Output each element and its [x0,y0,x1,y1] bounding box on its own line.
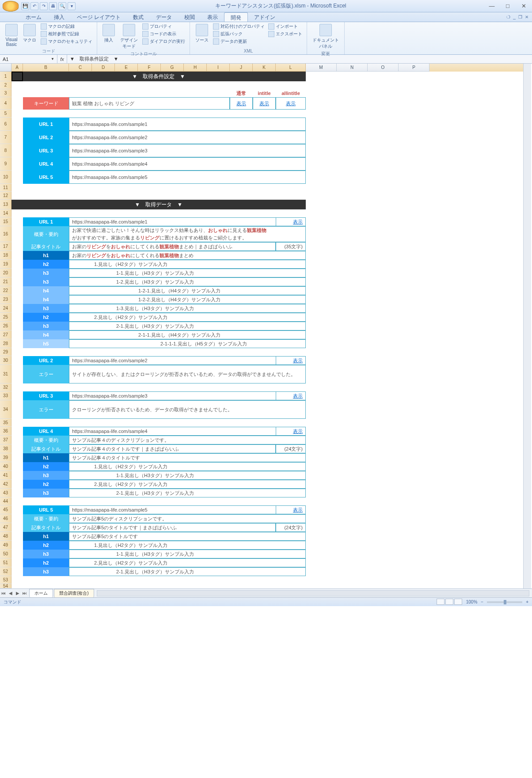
view-buttons[interactable] [436,599,463,606]
macro-security-button[interactable]: マクロのセキュリティ [40,38,93,45]
col-header-H[interactable]: H [184,64,207,72]
url-input-1[interactable]: https://masapapa-life.com/sample1 [69,118,306,131]
formula-input[interactable]: ▼ 取得条件設定 ▼ [67,55,532,63]
qat-more-icon[interactable]: ▾ [68,2,76,10]
row-header-1[interactable]: 1 [0,72,11,81]
run-dialog-button[interactable]: ダイアログの実行 [141,38,186,45]
row-header-44[interactable]: 44 [0,497,11,505]
minimize-button[interactable]: — [486,2,498,10]
last-sheet-icon[interactable]: ⏭ [21,591,28,596]
row-header-14[interactable]: 14 [0,209,11,217]
tab-addin[interactable]: アドイン [248,12,281,22]
row-header-27[interactable]: 27 [0,330,11,339]
row-header-8[interactable]: 8 [0,144,11,157]
row-header-7[interactable]: 7 [0,131,11,144]
url-input-3[interactable]: https://masapapa-life.com/sample3 [69,144,306,157]
row-header-3[interactable]: 3 [0,89,11,97]
tab-insert[interactable]: 挿入 [48,12,71,22]
row-header-45[interactable]: 45 [0,505,11,514]
horizontal-scrollbar[interactable] [97,590,529,596]
col-header-K[interactable]: K [253,64,276,72]
select-all-corner[interactable] [0,64,11,72]
worksheet-grid[interactable]: ABCDEFGHIJKLMNOP 12345678910111213141516… [0,64,523,588]
properties-button[interactable]: プロパティ [141,23,186,30]
insert-control-button[interactable]: 挿入 [101,23,117,44]
col-header-J[interactable]: J [230,64,253,72]
row-header-34[interactable]: 34 [0,400,11,419]
url-input-2[interactable]: https://masapapa-life.com/sample2 [69,131,306,144]
col-header-F[interactable]: F [138,64,161,72]
tab-home[interactable]: ホーム [19,12,48,22]
xml-source-button[interactable]: ソース [194,23,210,44]
col-header-P[interactable]: P [399,64,429,72]
tab-developer[interactable]: 開発 [224,12,248,22]
first-sheet-icon[interactable]: ⏮ [0,591,7,596]
show-link-2[interactable]: 表示 [276,97,306,110]
row-header-54[interactable]: 54 [0,584,11,588]
col-header-B[interactable]: B [23,64,69,72]
design-mode-button[interactable]: デザイン モード [118,23,140,50]
row-header-22[interactable]: 22 [0,286,11,295]
keyword-value[interactable]: 観葉 植物 おしゃれ リビング [69,97,230,110]
refresh-data-button[interactable]: データの更新 [212,38,266,45]
data-show-5[interactable]: 表示 [276,505,306,514]
row-header-10[interactable]: 10 [0,171,11,184]
office-button[interactable] [3,1,19,11]
row-header-11[interactable]: 11 [0,184,11,192]
restore-window-icon[interactable]: ❐ [518,15,522,19]
sheet-tab-home[interactable]: ホーム [29,589,53,597]
next-sheet-icon[interactable]: ▶ [14,591,21,596]
fx-button[interactable]: fx [57,55,67,63]
row-header-40[interactable]: 40 [0,462,11,471]
name-box[interactable]: A1▼ [0,55,57,63]
expansion-pack-button[interactable]: 拡張パック [212,30,266,38]
row-header-29[interactable]: 29 [0,348,11,356]
row-header-5[interactable]: 5 [0,110,11,118]
zoom-in-button[interactable]: + [526,600,528,604]
maximize-button[interactable]: □ [502,2,513,10]
tab-pagelayout[interactable]: ページ レイアウト [71,12,127,22]
document-panel-button[interactable]: ドキュメント パネル [311,23,341,50]
row-header-12[interactable]: 12 [0,192,11,200]
tab-formulas[interactable]: 数式 [127,12,150,22]
row-header-36[interactable]: 36 [0,427,11,436]
row-header-16[interactable]: 16 [0,226,11,242]
row-header-53[interactable]: 53 [0,576,11,584]
save-icon[interactable]: 💾 [21,2,29,10]
row-header-4[interactable]: 4 [0,97,11,110]
import-button[interactable]: インポート [267,23,303,30]
row-header-17[interactable]: 17 [0,242,11,251]
col-header-E[interactable]: E [115,64,138,72]
row-header-38[interactable]: 38 [0,444,11,453]
row-header-24[interactable]: 24 [0,304,11,313]
relative-ref-button[interactable]: 相対参照で記録 [40,30,93,38]
data-show-4[interactable]: 表示 [276,427,306,436]
row-header-26[interactable]: 26 [0,322,11,330]
show-link-0[interactable]: 表示 [230,97,253,110]
export-button[interactable]: エクスポート [267,30,303,38]
row-header-2[interactable]: 2 [0,81,11,89]
col-header-L[interactable]: L [276,64,306,72]
row-header-18[interactable]: 18 [0,251,11,260]
row-header-39[interactable]: 39 [0,453,11,462]
record-macro-button[interactable]: マクロの記録 [40,23,93,30]
url-input-5[interactable]: https://masapapa-life.com/sample5 [69,171,306,184]
close-workbook-icon[interactable]: ✕ [525,15,528,19]
row-header-21[interactable]: 21 [0,277,11,286]
data-show-2[interactable]: 表示 [276,356,306,365]
row-header-52[interactable]: 52 [0,567,11,576]
row-header-51[interactable]: 51 [0,558,11,567]
row-header-33[interactable]: 33 [0,391,11,400]
tab-data[interactable]: データ [150,12,178,22]
row-header-49[interactable]: 49 [0,541,11,550]
zoom-out-button[interactable]: − [481,600,483,604]
row-header-42[interactable]: 42 [0,480,11,489]
undo-icon[interactable]: ↶ [30,2,38,10]
row-header-31[interactable]: 31 [0,365,11,383]
row-header-41[interactable]: 41 [0,471,11,480]
row-header-43[interactable]: 43 [0,489,11,497]
row-header-13[interactable]: 13 [0,200,11,209]
print-icon[interactable]: 🖶 [49,2,57,10]
close-button[interactable]: ✕ [518,2,529,10]
row-header-47[interactable]: 47 [0,523,11,532]
